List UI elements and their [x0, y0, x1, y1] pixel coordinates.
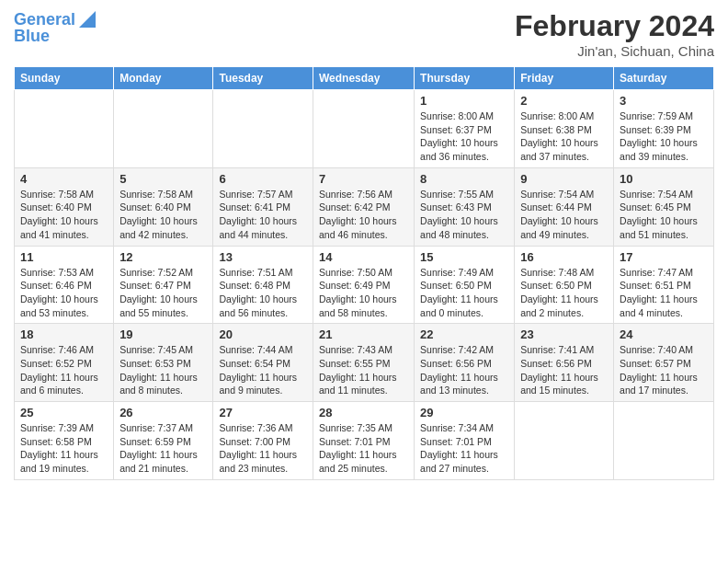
day-info: Sunrise: 7:49 AM Sunset: 6:50 PM Dayligh… — [420, 266, 508, 320]
day-number: 23 — [520, 327, 608, 341]
day-number: 3 — [620, 94, 708, 108]
day-cell: 6Sunrise: 7:57 AM Sunset: 6:41 PM Daylig… — [213, 167, 313, 246]
day-number: 12 — [119, 250, 207, 264]
day-cell: 4Sunrise: 7:58 AM Sunset: 6:40 PM Daylig… — [15, 167, 114, 246]
week-row-1: 4Sunrise: 7:58 AM Sunset: 6:40 PM Daylig… — [15, 167, 714, 246]
day-info: Sunrise: 7:41 AM Sunset: 6:56 PM Dayligh… — [520, 343, 608, 397]
day-number: 4 — [20, 172, 108, 186]
day-info: Sunrise: 7:54 AM Sunset: 6:45 PM Dayligh… — [620, 188, 708, 242]
week-row-0: 1Sunrise: 8:00 AM Sunset: 6:37 PM Daylig… — [15, 90, 714, 168]
day-cell — [15, 90, 114, 168]
day-info: Sunrise: 8:00 AM Sunset: 6:38 PM Dayligh… — [520, 109, 608, 164]
day-info: Sunrise: 7:45 AM Sunset: 6:53 PM Dayligh… — [119, 343, 207, 397]
day-number: 5 — [119, 172, 207, 186]
day-number: 1 — [420, 94, 508, 108]
day-info: Sunrise: 7:42 AM Sunset: 6:56 PM Dayligh… — [420, 343, 508, 397]
day-number: 19 — [119, 327, 207, 341]
day-info: Sunrise: 7:54 AM Sunset: 6:44 PM Dayligh… — [520, 188, 608, 242]
col-tuesday: Tuesday — [213, 67, 313, 90]
day-number: 29 — [420, 406, 508, 419]
day-cell: 22Sunrise: 7:42 AM Sunset: 6:56 PM Dayli… — [415, 324, 515, 402]
day-info: Sunrise: 7:59 AM Sunset: 6:39 PM Dayligh… — [620, 109, 708, 164]
col-thursday: Thursday — [415, 67, 515, 90]
day-cell: 14Sunrise: 7:50 AM Sunset: 6:49 PM Dayli… — [313, 246, 414, 324]
day-cell — [213, 90, 313, 168]
logo-text-blue: Blue — [14, 28, 50, 46]
svg-marker-0 — [79, 11, 96, 28]
col-wednesday: Wednesday — [313, 67, 414, 90]
sub-title: Jin'an, Sichuan, China — [515, 43, 714, 59]
day-number: 2 — [520, 94, 608, 108]
logo: General Blue — [14, 9, 96, 46]
day-number: 20 — [219, 327, 307, 341]
day-number: 6 — [219, 172, 307, 186]
day-cell: 20Sunrise: 7:44 AM Sunset: 6:54 PM Dayli… — [213, 324, 313, 402]
day-cell: 7Sunrise: 7:56 AM Sunset: 6:42 PM Daylig… — [313, 167, 414, 246]
day-cell: 5Sunrise: 7:58 AM Sunset: 6:40 PM Daylig… — [114, 167, 213, 246]
col-friday: Friday — [515, 67, 614, 90]
day-info: Sunrise: 7:57 AM Sunset: 6:41 PM Dayligh… — [219, 188, 307, 242]
day-cell: 27Sunrise: 7:36 AM Sunset: 7:00 PM Dayli… — [213, 402, 313, 480]
col-sunday: Sunday — [15, 67, 114, 90]
day-number: 13 — [219, 250, 307, 264]
day-cell: 9Sunrise: 7:54 AM Sunset: 6:44 PM Daylig… — [515, 167, 614, 246]
day-number: 24 — [620, 327, 708, 341]
day-number: 21 — [319, 327, 408, 341]
day-cell: 21Sunrise: 7:43 AM Sunset: 6:55 PM Dayli… — [313, 324, 414, 402]
day-cell: 16Sunrise: 7:48 AM Sunset: 6:50 PM Dayli… — [515, 246, 614, 324]
title-area: February 2024 Jin'an, Sichuan, China — [515, 9, 714, 59]
day-cell: 25Sunrise: 7:39 AM Sunset: 6:58 PM Dayli… — [15, 402, 114, 480]
day-info: Sunrise: 7:39 AM Sunset: 6:58 PM Dayligh… — [20, 421, 108, 476]
day-info: Sunrise: 7:52 AM Sunset: 6:47 PM Dayligh… — [119, 266, 207, 320]
day-cell: 2Sunrise: 8:00 AM Sunset: 6:38 PM Daylig… — [515, 90, 614, 168]
day-info: Sunrise: 7:55 AM Sunset: 6:43 PM Dayligh… — [420, 188, 508, 242]
day-cell: 11Sunrise: 7:53 AM Sunset: 6:46 PM Dayli… — [15, 246, 114, 324]
day-number: 17 — [620, 250, 708, 264]
day-cell: 13Sunrise: 7:51 AM Sunset: 6:48 PM Dayli… — [213, 246, 313, 324]
day-info: Sunrise: 7:48 AM Sunset: 6:50 PM Dayligh… — [520, 266, 608, 320]
logo-icon — [79, 11, 96, 28]
calendar-body: 1Sunrise: 8:00 AM Sunset: 6:37 PM Daylig… — [15, 90, 714, 480]
day-number: 25 — [20, 406, 108, 419]
day-cell: 8Sunrise: 7:55 AM Sunset: 6:43 PM Daylig… — [415, 167, 515, 246]
header: General Blue February 2024 Jin'an, Sichu… — [14, 9, 714, 59]
day-number: 15 — [420, 250, 508, 264]
day-info: Sunrise: 7:36 AM Sunset: 7:00 PM Dayligh… — [219, 421, 307, 476]
day-cell: 26Sunrise: 7:37 AM Sunset: 6:59 PM Dayli… — [114, 402, 213, 480]
day-info: Sunrise: 7:43 AM Sunset: 6:55 PM Dayligh… — [319, 343, 408, 397]
day-number: 7 — [319, 172, 408, 186]
day-info: Sunrise: 7:46 AM Sunset: 6:52 PM Dayligh… — [20, 343, 108, 397]
day-cell: 28Sunrise: 7:35 AM Sunset: 7:01 PM Dayli… — [313, 402, 414, 480]
day-number: 10 — [620, 172, 708, 186]
col-saturday: Saturday — [614, 67, 714, 90]
col-monday: Monday — [114, 67, 213, 90]
day-number: 11 — [20, 250, 108, 264]
day-cell: 15Sunrise: 7:49 AM Sunset: 6:50 PM Dayli… — [415, 246, 515, 324]
calendar-table: Sunday Monday Tuesday Wednesday Thursday… — [14, 66, 714, 480]
day-cell — [114, 90, 213, 168]
day-info: Sunrise: 8:00 AM Sunset: 6:37 PM Dayligh… — [420, 109, 508, 164]
main-title: February 2024 — [515, 9, 714, 43]
day-number: 14 — [319, 250, 408, 264]
day-info: Sunrise: 7:58 AM Sunset: 6:40 PM Dayligh… — [119, 188, 207, 242]
day-cell: 12Sunrise: 7:52 AM Sunset: 6:47 PM Dayli… — [114, 246, 213, 324]
day-number: 16 — [520, 250, 608, 264]
day-number: 9 — [520, 172, 608, 186]
day-cell: 1Sunrise: 8:00 AM Sunset: 6:37 PM Daylig… — [415, 90, 515, 168]
day-cell: 3Sunrise: 7:59 AM Sunset: 6:39 PM Daylig… — [614, 90, 714, 168]
day-cell — [313, 90, 414, 168]
day-number: 28 — [319, 406, 408, 419]
day-info: Sunrise: 7:34 AM Sunset: 7:01 PM Dayligh… — [420, 421, 508, 476]
day-info: Sunrise: 7:47 AM Sunset: 6:51 PM Dayligh… — [620, 266, 708, 320]
day-cell: 10Sunrise: 7:54 AM Sunset: 6:45 PM Dayli… — [614, 167, 714, 246]
day-number: 22 — [420, 327, 508, 341]
day-info: Sunrise: 7:58 AM Sunset: 6:40 PM Dayligh… — [20, 188, 108, 242]
day-info: Sunrise: 7:35 AM Sunset: 7:01 PM Dayligh… — [319, 421, 408, 476]
week-row-4: 25Sunrise: 7:39 AM Sunset: 6:58 PM Dayli… — [15, 402, 714, 480]
day-cell: 18Sunrise: 7:46 AM Sunset: 6:52 PM Dayli… — [15, 324, 114, 402]
day-info: Sunrise: 7:37 AM Sunset: 6:59 PM Dayligh… — [119, 421, 207, 476]
day-info: Sunrise: 7:44 AM Sunset: 6:54 PM Dayligh… — [219, 343, 307, 397]
calendar-header: Sunday Monday Tuesday Wednesday Thursday… — [15, 67, 714, 90]
day-cell: 23Sunrise: 7:41 AM Sunset: 6:56 PM Dayli… — [515, 324, 614, 402]
day-cell: 19Sunrise: 7:45 AM Sunset: 6:53 PM Dayli… — [114, 324, 213, 402]
